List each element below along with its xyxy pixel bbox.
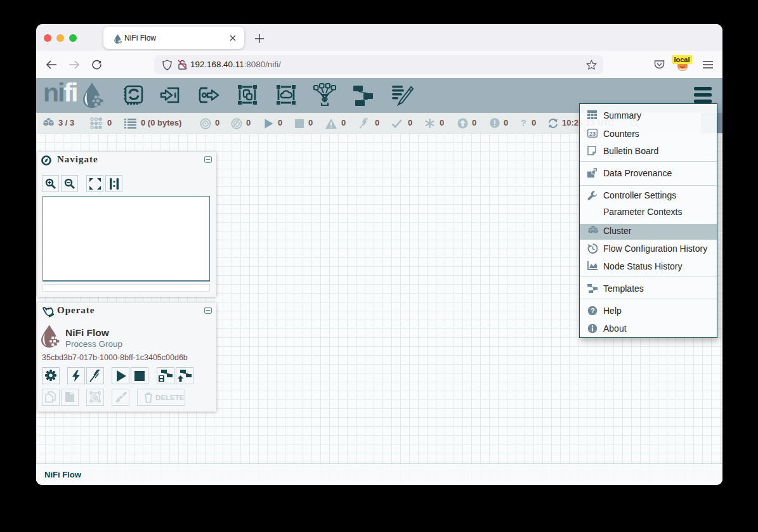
svg-text:?: ? [591, 307, 595, 315]
svg-text:23: 23 [589, 131, 596, 137]
